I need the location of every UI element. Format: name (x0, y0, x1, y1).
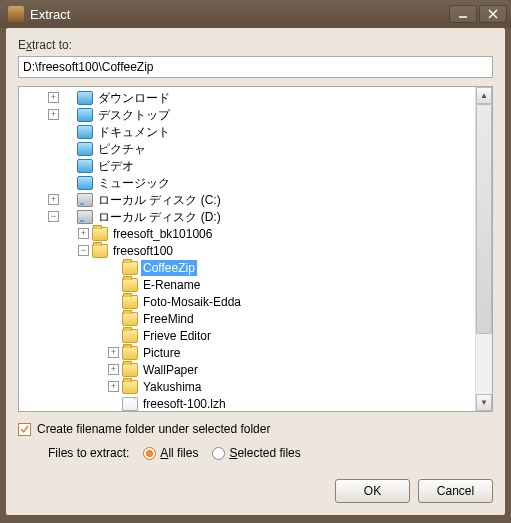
expand-icon[interactable] (106, 345, 121, 360)
scroll-down-button[interactable]: ▼ (476, 394, 492, 411)
extract-path-input[interactable] (18, 56, 493, 78)
expand-icon[interactable] (46, 192, 61, 207)
spacer-icon (46, 124, 61, 139)
tree-item-downloads[interactable]: ダウンロード (21, 89, 492, 106)
create-folder-checkbox-row[interactable]: Create filename folder under selected fo… (18, 422, 493, 436)
spacer-icon (106, 396, 121, 411)
disk-icon (77, 210, 93, 224)
tree-scroll-area[interactable]: ダウンロード デスクトップ ドキュメント ピクチャ ビデオ ミュージック ローカ… (19, 87, 492, 411)
tree-item-yakushima[interactable]: Yakushima (21, 378, 492, 395)
tree-item-disk-c[interactable]: ローカル ディスク (C:) (21, 191, 492, 208)
file-icon (122, 397, 138, 411)
scroll-thumb[interactable] (476, 104, 492, 334)
folder-icon (77, 91, 93, 105)
tree-item-fotomosaik[interactable]: Foto-Mosaik-Edda (21, 293, 492, 310)
radio-icon[interactable] (143, 447, 156, 460)
tree-item-erename[interactable]: E-Rename (21, 276, 492, 293)
folder-icon (122, 346, 138, 360)
folder-tree: ダウンロード デスクトップ ドキュメント ピクチャ ビデオ ミュージック ローカ… (18, 86, 493, 412)
dialog-buttons: OK Cancel (335, 479, 493, 503)
expand-icon[interactable] (76, 226, 91, 241)
expand-icon[interactable] (106, 362, 121, 377)
ok-button[interactable]: OK (335, 479, 410, 503)
tree-item-wallpaper[interactable]: WallPaper (21, 361, 492, 378)
tree-item-music[interactable]: ミュージック (21, 174, 492, 191)
collapse-icon[interactable] (46, 209, 61, 224)
collapse-icon[interactable] (76, 243, 91, 258)
tree-item-coffeezip[interactable]: CoffeeZip (21, 259, 492, 276)
radio-icon[interactable] (212, 447, 225, 460)
cancel-button[interactable]: Cancel (418, 479, 493, 503)
tree-item-videos[interactable]: ビデオ (21, 157, 492, 174)
create-folder-checkbox[interactable] (18, 423, 31, 436)
tree-item-freesoft-bk[interactable]: freesoft_bk101006 (21, 225, 492, 242)
folder-icon (92, 244, 108, 258)
window-title: Extract (30, 7, 447, 22)
files-to-extract-label: Files to extract: (48, 446, 129, 460)
folder-icon (77, 176, 93, 190)
radio-all-files[interactable]: All files (143, 446, 198, 460)
close-button[interactable] (479, 5, 507, 23)
extract-to-label: Extract to: (18, 38, 493, 52)
tree-scrollbar[interactable]: ▲ ▼ (475, 87, 492, 411)
tree-item-picture[interactable]: Picture (21, 344, 492, 361)
spacer-icon (46, 158, 61, 173)
app-icon (8, 6, 24, 22)
minimize-button[interactable] (449, 5, 477, 23)
tree-item-lzh-file[interactable]: freesoft-100.lzh (21, 395, 492, 411)
spacer-icon (46, 141, 61, 156)
folder-icon (77, 142, 93, 156)
spacer-icon (46, 175, 61, 190)
expand-icon[interactable] (46, 90, 61, 105)
folder-icon (122, 295, 138, 309)
dialog-content: Extract to: ダウンロード デスクトップ ドキュメント ピクチャ ビデ… (6, 28, 505, 515)
spacer-icon (106, 260, 121, 275)
tree-item-disk-d[interactable]: ローカル ディスク (D:) (21, 208, 492, 225)
radio-selected-files[interactable]: Selected files (212, 446, 300, 460)
spacer-icon (106, 277, 121, 292)
disk-icon (77, 193, 93, 207)
folder-icon (122, 380, 138, 394)
tree-item-desktop[interactable]: デスクトップ (21, 106, 492, 123)
expand-icon[interactable] (46, 107, 61, 122)
folder-icon (122, 261, 138, 275)
folder-icon (122, 363, 138, 377)
tree-item-freesoft100[interactable]: freesoft100 (21, 242, 492, 259)
spacer-icon (106, 328, 121, 343)
folder-icon (77, 125, 93, 139)
spacer-icon (106, 294, 121, 309)
extract-dialog: Extract Extract to: ダウンロード デスクトップ ドキュメント… (0, 0, 511, 523)
files-to-extract-row: Files to extract: All files Selected fil… (18, 446, 493, 460)
tree-item-documents[interactable]: ドキュメント (21, 123, 492, 140)
tree-item-freemind[interactable]: FreeMind (21, 310, 492, 327)
folder-icon (77, 108, 93, 122)
folder-icon (122, 329, 138, 343)
expand-icon[interactable] (106, 379, 121, 394)
folder-icon (92, 227, 108, 241)
spacer-icon (106, 311, 121, 326)
create-folder-label: Create filename folder under selected fo… (37, 422, 270, 436)
folder-icon (122, 278, 138, 292)
folder-icon (77, 159, 93, 173)
scroll-up-button[interactable]: ▲ (476, 87, 492, 104)
tree-item-pictures[interactable]: ピクチャ (21, 140, 492, 157)
tree-item-frieve[interactable]: Frieve Editor (21, 327, 492, 344)
titlebar: Extract (0, 0, 511, 28)
folder-icon (122, 312, 138, 326)
